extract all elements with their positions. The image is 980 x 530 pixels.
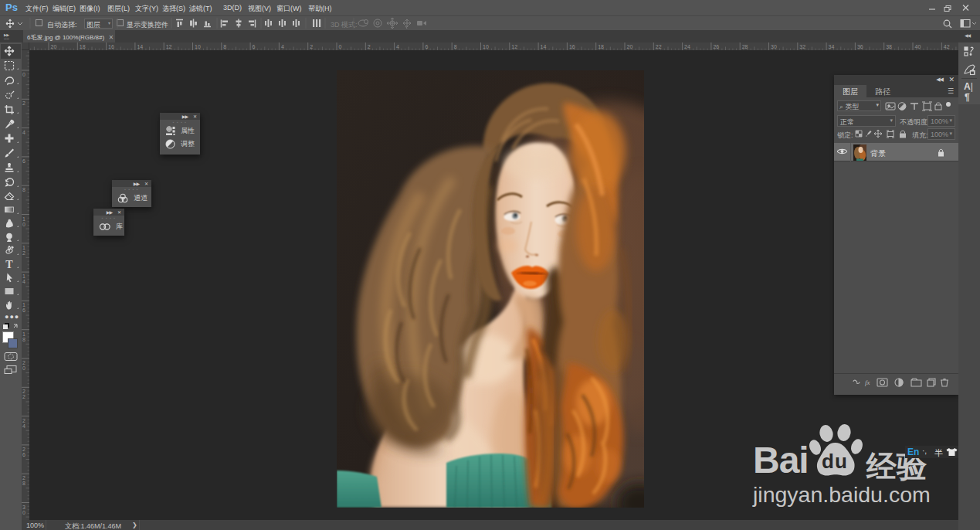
svg-text:20: 20 (627, 44, 633, 49)
svg-text:10: 10 (483, 44, 489, 49)
svg-text:40: 40 (915, 44, 921, 49)
svg-text:8: 8 (22, 187, 25, 192)
svg-text:3: 3 (22, 505, 25, 510)
svg-text:2: 2 (22, 389, 25, 394)
svg-text:42: 42 (944, 44, 950, 49)
svg-text:10: 10 (195, 44, 201, 49)
svg-text:8: 8 (454, 44, 457, 49)
svg-text:0: 0 (22, 222, 25, 227)
svg-text:1: 1 (22, 216, 25, 222)
svg-text:2: 2 (22, 447, 25, 452)
svg-text:2: 2 (22, 360, 25, 365)
svg-text:6: 6 (253, 44, 256, 49)
svg-text:8: 8 (22, 337, 25, 342)
svg-text:2: 2 (22, 475, 25, 481)
svg-text:28: 28 (742, 44, 748, 49)
svg-text:6: 6 (22, 158, 25, 164)
svg-text:20: 20 (51, 44, 57, 49)
svg-text:2: 2 (368, 44, 371, 49)
svg-text:2: 2 (22, 418, 25, 423)
svg-text:8: 8 (223, 44, 226, 49)
svg-text:8: 8 (22, 481, 25, 486)
svg-text:2: 2 (22, 394, 25, 399)
svg-text:36: 36 (857, 44, 863, 49)
svg-text:2: 2 (310, 44, 313, 49)
svg-text:4: 4 (22, 130, 25, 135)
svg-text:12: 12 (166, 44, 172, 49)
svg-text:16: 16 (569, 44, 575, 49)
svg-text:fx: fx (865, 379, 870, 386)
svg-text:6: 6 (425, 44, 428, 49)
svg-text:26: 26 (713, 44, 719, 49)
svg-text:1: 1 (22, 331, 25, 337)
svg-text:22: 22 (656, 44, 662, 49)
svg-text:14: 14 (137, 44, 143, 49)
svg-text:24: 24 (684, 44, 690, 49)
svg-text:38: 38 (886, 44, 892, 49)
svg-text:2: 2 (22, 100, 25, 106)
svg-text:32: 32 (799, 44, 805, 49)
svg-text:1: 1 (22, 273, 25, 279)
svg-text:4: 4 (22, 279, 25, 284)
svg-text:6: 6 (22, 307, 25, 313)
svg-text:0: 0 (22, 510, 25, 515)
svg-text:0: 0 (22, 72, 25, 77)
svg-text:d: d (822, 450, 834, 473)
svg-text:T: T (5, 259, 13, 270)
svg-text:14: 14 (541, 44, 547, 49)
svg-text:4: 4 (396, 44, 399, 49)
svg-text:1: 1 (22, 302, 25, 307)
svg-text:u: u (835, 450, 847, 473)
svg-text:30: 30 (771, 44, 777, 49)
svg-text:16: 16 (108, 44, 114, 49)
svg-text:6: 6 (22, 452, 25, 457)
svg-text:0: 0 (22, 365, 25, 371)
svg-text:2: 2 (22, 250, 25, 256)
svg-text:18: 18 (598, 44, 604, 49)
svg-text:34: 34 (829, 44, 835, 49)
svg-text:4: 4 (281, 44, 284, 49)
svg-text:1: 1 (22, 245, 25, 250)
svg-text:0: 0 (339, 44, 342, 49)
svg-text:18: 18 (80, 44, 86, 49)
svg-text:12: 12 (511, 44, 517, 49)
svg-text:4: 4 (22, 423, 25, 429)
